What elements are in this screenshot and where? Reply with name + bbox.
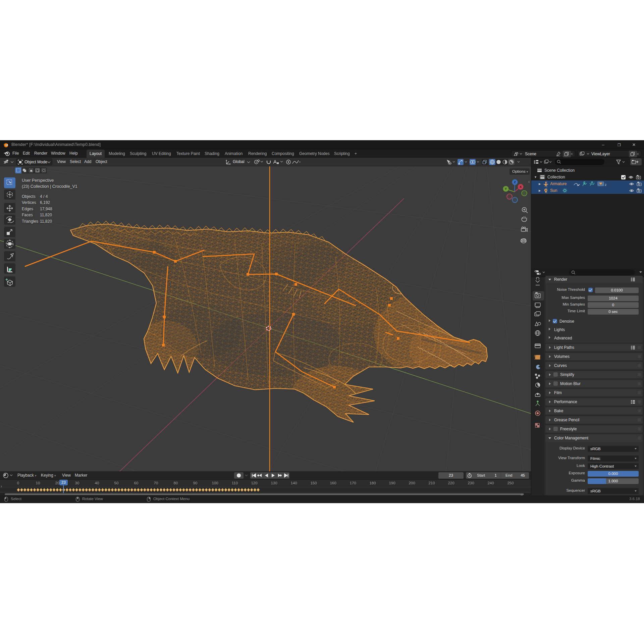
svg-text:X: X	[520, 185, 522, 189]
svg-text:Y: Y	[505, 187, 507, 191]
svg-text:Z: Z	[514, 180, 516, 184]
svg-text:2: 2	[605, 183, 606, 186]
